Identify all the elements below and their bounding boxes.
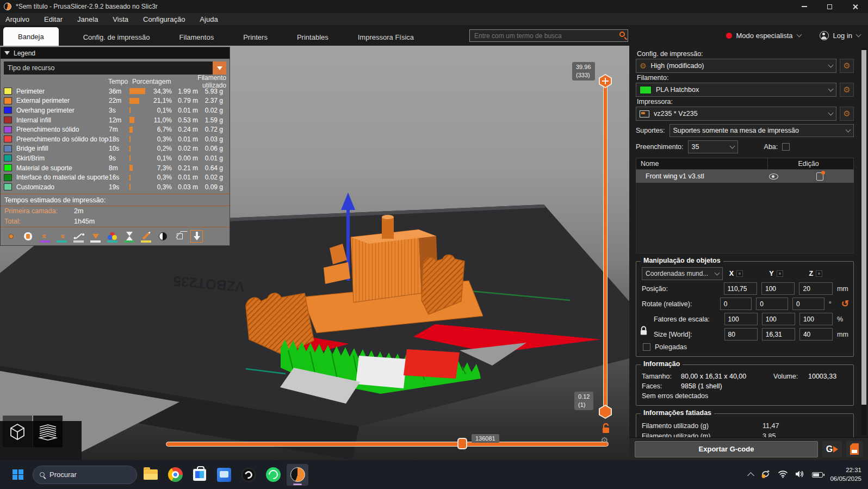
feature-bar-zone (129, 117, 148, 123)
chrome-button[interactable] (164, 464, 186, 486)
moves-slider-handle[interactable] (457, 438, 467, 449)
tab[interactable]: Impressora Física (343, 28, 429, 46)
dropdown-button[interactable] (213, 61, 226, 75)
axis-drag-icon[interactable] (816, 270, 822, 277)
coordinate-system-combo[interactable]: Coordenadas mund... (642, 267, 723, 280)
size-x-field[interactable]: 80 (724, 328, 758, 341)
feature-percent: 0,3% (148, 135, 172, 143)
search-input[interactable] (469, 29, 628, 42)
menu-item[interactable]: Ajuda (200, 15, 218, 23)
axis-drag-icon[interactable] (736, 270, 743, 277)
slider-lock-icon[interactable] (602, 423, 610, 435)
scale-y-field[interactable]: 100 (762, 313, 795, 325)
minimize-button[interactable] (791, 0, 817, 13)
menu-item[interactable]: Configuração (143, 15, 185, 23)
object-edit-button[interactable] (790, 172, 850, 181)
mode-selector[interactable]: Modo especialista (736, 32, 793, 40)
inches-label: Polegadas (655, 343, 687, 351)
tab[interactable]: Filamentos (165, 28, 229, 46)
print-settings-edit-button[interactable]: ⚙ (840, 59, 854, 73)
gcode-viewer-button[interactable]: G (822, 441, 842, 457)
deretraction-icon[interactable]: « (55, 230, 68, 243)
tab[interactable]: Config. de impressão (69, 28, 165, 46)
custom-gcode-icon[interactable] (140, 230, 152, 243)
size-y-field[interactable]: 16,31 (762, 328, 795, 341)
wifi-icon[interactable] (778, 470, 788, 480)
object-row[interactable]: Front wing v1 v3.stl (636, 170, 854, 183)
infill-value: 35 (692, 143, 726, 151)
scrollbar-thumb[interactable] (861, 50, 866, 405)
media-app-button[interactable] (213, 464, 235, 486)
seams-icon[interactable] (72, 230, 85, 243)
tab[interactable]: Bandeja (3, 27, 59, 46)
uniform-scale-lock-icon[interactable] (640, 326, 648, 338)
size-z-field[interactable]: 40 (799, 328, 833, 341)
whatsapp-button[interactable] (262, 464, 284, 486)
menu-item[interactable]: Arquivo (5, 15, 29, 23)
search-icon[interactable] (619, 32, 625, 37)
export-to-sd-button[interactable] (846, 441, 863, 457)
prusaslicer-taskbar-button[interactable] (287, 464, 308, 486)
3d-view-button[interactable] (3, 416, 32, 447)
taskbar-search[interactable]: Procurar (33, 466, 137, 484)
legend-toggle-icon[interactable] (190, 230, 203, 243)
position-unit: mm (837, 285, 849, 293)
print-settings-combo[interactable]: ⚙ High (modificado) (636, 59, 836, 73)
sync-icon[interactable] (760, 469, 771, 481)
tool-marker-icon[interactable] (89, 230, 102, 243)
color-change-icon[interactable] (106, 230, 119, 243)
tray-overflow-icon[interactable] (748, 472, 755, 479)
layers-view-button[interactable] (33, 416, 63, 447)
login-button[interactable]: Log in (833, 32, 852, 40)
export-gcode-button[interactable]: Exportar G-code (635, 441, 818, 457)
sidebar-scrollbar[interactable] (861, 48, 866, 435)
inches-checkbox[interactable] (643, 343, 650, 351)
rotate-z-field[interactable]: 0 (792, 298, 824, 310)
visibility-toggle[interactable] (757, 174, 790, 179)
rotate-y-field[interactable]: 0 (756, 298, 788, 310)
legend-header[interactable]: Legend (1, 47, 230, 59)
scale-z-field[interactable]: 100 (799, 313, 833, 325)
reset-rotation-icon[interactable]: ↺ (841, 298, 849, 310)
file-explorer-button[interactable] (140, 464, 162, 486)
axis-drag-icon[interactable] (777, 270, 783, 277)
supports-combo[interactable]: Suportes somente na mesa de impressão (669, 124, 854, 137)
menu-item[interactable]: Editar (44, 15, 63, 23)
menu-item[interactable]: Vista (113, 15, 128, 23)
retraction-icon[interactable]: « (39, 230, 51, 243)
scale-label: Fatores de escala: (642, 315, 718, 323)
tab[interactable]: Printables (282, 28, 343, 46)
volumes-icon[interactable] (173, 230, 186, 243)
printer-combo[interactable]: vz235 * Vz235 (636, 107, 836, 121)
close-button[interactable] (842, 0, 868, 13)
scale-x-field[interactable]: 100 (724, 313, 758, 325)
position-z-field[interactable]: 20 (799, 282, 832, 295)
battery-icon[interactable] (812, 472, 823, 478)
rotate-x-field[interactable]: 0 (720, 298, 752, 310)
infill-combo[interactable]: 35 (688, 140, 738, 153)
taskbar-clock[interactable]: 22:31 06/05/2025 (830, 466, 861, 483)
volume-label: Volume: (773, 373, 808, 380)
pause-print-icon[interactable] (123, 230, 135, 243)
shells-icon[interactable] (157, 230, 169, 243)
position-y-field[interactable]: 100 (761, 282, 795, 295)
3d-viewport[interactable]: VZBOT235 (0, 46, 629, 460)
tab[interactable]: Printers (228, 28, 282, 46)
microsoft-store-button[interactable] (189, 464, 210, 486)
maximize-button[interactable] (817, 0, 842, 13)
filament-combo[interactable]: PLA Hatchbox (636, 83, 836, 97)
position-x-field[interactable]: 110,75 (724, 282, 757, 295)
menu-item[interactable]: Janela (77, 15, 98, 23)
moves-slider-track[interactable] (166, 442, 609, 447)
layer-slider-track[interactable] (603, 81, 607, 411)
wipe-icon[interactable] (22, 230, 34, 243)
brim-checkbox[interactable] (782, 143, 790, 151)
view-type-dropdown[interactable]: Tipo de recurso (4, 61, 226, 75)
printer-edit-button[interactable]: ⚙ (840, 107, 854, 121)
browser-app-button[interactable] (238, 464, 259, 486)
start-button[interactable] (9, 466, 27, 484)
axis-x-header: X (729, 270, 769, 277)
travel-icon[interactable] (5, 230, 17, 243)
volume-icon[interactable] (795, 470, 805, 480)
filament-edit-button[interactable]: ⚙ (840, 83, 854, 97)
